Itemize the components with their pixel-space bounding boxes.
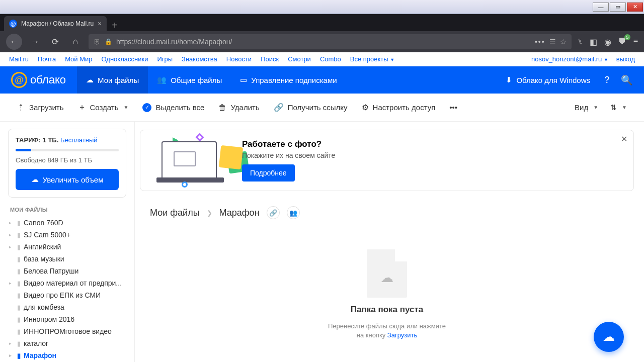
- nav-back-button[interactable]: ←: [6, 34, 22, 50]
- chevron-down-icon: ▼: [593, 105, 598, 110]
- folder-label: Иннопром 2016: [24, 315, 74, 323]
- people-icon: 👥: [157, 75, 167, 84]
- folder-tree-item[interactable]: ▮база музыки: [8, 253, 126, 265]
- logo-icon: @: [11, 72, 27, 88]
- share-icon: ⚙: [362, 103, 369, 112]
- topnav-link[interactable]: Поиск: [261, 55, 279, 63]
- url-more-icon[interactable]: •••: [535, 38, 545, 46]
- folder-icon: ▮: [17, 219, 21, 227]
- cloud-icon: ☁: [31, 175, 39, 184]
- empty-upload-link[interactable]: Загрузить: [387, 331, 417, 339]
- action-toolbar: ⭫Загрузить ＋Создать▼ ✓Выделить все 🗑Удал…: [0, 94, 644, 122]
- breadcrumb-root[interactable]: Мои файлы: [150, 208, 200, 218]
- topnav-link[interactable]: Combo: [320, 55, 341, 63]
- plus-circle-icon: ＋: [78, 102, 86, 113]
- browser-toolbar: ← → ⟳ ⌂ ⛨ 🔒 https://cloud.mail.ru/home/М…: [0, 31, 644, 52]
- select-all-button[interactable]: ✓Выделить все: [142, 103, 204, 112]
- upload-fab[interactable]: ☁: [594, 322, 624, 352]
- access-button[interactable]: ⚙Настроить доступ: [362, 103, 436, 112]
- new-tab-button[interactable]: +: [107, 20, 123, 31]
- tariff-card: ТАРИФ: 1 ТБ. Бесплатный Свободно 849 ГБ …: [8, 129, 126, 198]
- folder-label: Английский: [24, 243, 61, 251]
- nav-forward-button[interactable]: →: [28, 35, 42, 49]
- folder-tree-item[interactable]: ▮Белова Патруши: [8, 265, 126, 277]
- folder-tree-item[interactable]: ▸▮Видео материал от предпри...: [8, 277, 126, 289]
- folder-tree-item[interactable]: ▮Иннопром 2016: [8, 313, 126, 325]
- topnav-link[interactable]: Знакомства: [182, 55, 217, 63]
- extensions-icon[interactable]: ⛊: [618, 37, 626, 47]
- menu-icon[interactable]: ≡: [633, 37, 638, 47]
- folder-label: Canon 760D: [24, 219, 63, 227]
- sort-button[interactable]: ⇅▼: [610, 103, 627, 112]
- get-link-button[interactable]: 🔗Получить ссылку: [274, 103, 348, 112]
- tariff-plan-link[interactable]: Бесплатный: [60, 136, 98, 144]
- copy-link-icon[interactable]: 🔗: [267, 206, 280, 219]
- upgrade-storage-button[interactable]: ☁Увеличить объем: [16, 169, 119, 190]
- header-tab-myfiles[interactable]: ☁Мои файлы: [77, 66, 148, 94]
- help-icon[interactable]: ？: [602, 73, 612, 86]
- folder-icon: ▮: [17, 352, 21, 359]
- topnav-link[interactable]: Смотри: [288, 55, 311, 63]
- window-minimize-button[interactable]: —: [593, 3, 609, 12]
- folder-icon: ▮: [17, 267, 21, 275]
- folder-tree-item[interactable]: ▸▮Английский: [8, 241, 126, 253]
- browser-tabstrip: @ Марафон / Облако Mail.ru × +: [0, 14, 644, 31]
- promo-close-icon[interactable]: ✕: [621, 134, 627, 144]
- folder-label: база музыки: [24, 255, 64, 263]
- shield-icon: ⛨: [94, 38, 101, 46]
- library-icon[interactable]: ⑊: [578, 37, 583, 47]
- logo[interactable]: @ облако: [0, 66, 77, 94]
- lock-icon: 🔒: [105, 38, 112, 45]
- topnav-link-all[interactable]: Все проекты ▼: [350, 55, 394, 63]
- url-bar[interactable]: ⛨ 🔒 https://cloud.mail.ru/home/Марафон/ …: [89, 34, 572, 49]
- user-email[interactable]: nosov_horizont@mail.ru ▼: [531, 55, 608, 63]
- more-actions-button[interactable]: •••: [449, 103, 457, 112]
- nav-reload-button[interactable]: ⟳: [48, 35, 62, 49]
- browser-tab[interactable]: @ Марафон / Облако Mail.ru ×: [4, 16, 107, 31]
- sidebar-heading: МОИ ФАЙЛЫ: [10, 207, 126, 213]
- upload-button[interactable]: ⭫Загрузить: [17, 103, 64, 112]
- empty-file-icon: ☁: [367, 249, 407, 298]
- windows-app-link[interactable]: ⬇Облако для Windows: [503, 75, 593, 84]
- create-button[interactable]: ＋Создать▼: [78, 102, 129, 113]
- search-icon[interactable]: 🔍: [621, 74, 633, 86]
- header-tab-subs[interactable]: ▭Управление подписками: [231, 66, 346, 94]
- nav-home-button[interactable]: ⌂: [68, 35, 83, 49]
- share-access-icon[interactable]: 👥: [287, 206, 300, 219]
- expand-icon: ▸: [9, 244, 14, 249]
- folder-tree-item[interactable]: ▸▮Canon 760D: [8, 217, 126, 229]
- header-tab-shared[interactable]: 👥Общие файлы: [148, 66, 231, 94]
- expand-icon: ▸: [9, 220, 14, 225]
- folder-tree-item[interactable]: ▸▮SJ Cam 5000+: [8, 229, 126, 241]
- reader-icon[interactable]: ☰: [549, 38, 556, 46]
- topnav-link[interactable]: Игры: [157, 55, 173, 63]
- breadcrumb: Мои файлы ❯ Марафон 🔗 👥: [150, 206, 634, 219]
- topnav-link[interactable]: Новости: [226, 55, 252, 63]
- account-icon[interactable]: ◉: [604, 37, 611, 47]
- delete-button[interactable]: 🗑Удалить: [218, 103, 259, 112]
- expand-icon: ▸: [9, 281, 14, 286]
- logout-link[interactable]: выход: [616, 55, 635, 63]
- breadcrumb-current: Марафон: [219, 208, 260, 218]
- view-button[interactable]: Вид▼: [575, 103, 598, 112]
- folder-tree-item[interactable]: ▮для комбеза: [8, 301, 126, 313]
- promo-cta-button[interactable]: Подробнее: [242, 164, 295, 182]
- folder-tree-item[interactable]: ▸▮каталог: [8, 337, 126, 349]
- storage-progress: [16, 149, 119, 151]
- folder-tree-item[interactable]: ▸▮Марафон: [8, 349, 126, 361]
- folder-tree-item[interactable]: ▮ИННОПРОМготовое видео: [8, 325, 126, 337]
- expand-icon: ▸: [9, 341, 14, 346]
- check-circle-icon: ✓: [142, 103, 151, 112]
- chevron-down-icon: ▼: [124, 105, 129, 110]
- folder-tree-item[interactable]: ▮Видео про ЕПК из СМИ: [8, 289, 126, 301]
- window-maximize-button[interactable]: ▭: [610, 3, 626, 12]
- topnav-link[interactable]: Mail.ru: [9, 55, 29, 63]
- folder-icon: ▮: [17, 231, 21, 239]
- topnav-link[interactable]: Почта: [38, 55, 56, 63]
- sidebar-icon[interactable]: ◧: [590, 37, 597, 47]
- window-close-button[interactable]: ✕: [627, 3, 643, 12]
- bookmark-star-icon[interactable]: ☆: [560, 38, 567, 46]
- topnav-link[interactable]: Мой Мир: [65, 55, 92, 63]
- topnav-link[interactable]: Одноклассники: [102, 55, 148, 63]
- tab-close-icon[interactable]: ×: [98, 20, 102, 28]
